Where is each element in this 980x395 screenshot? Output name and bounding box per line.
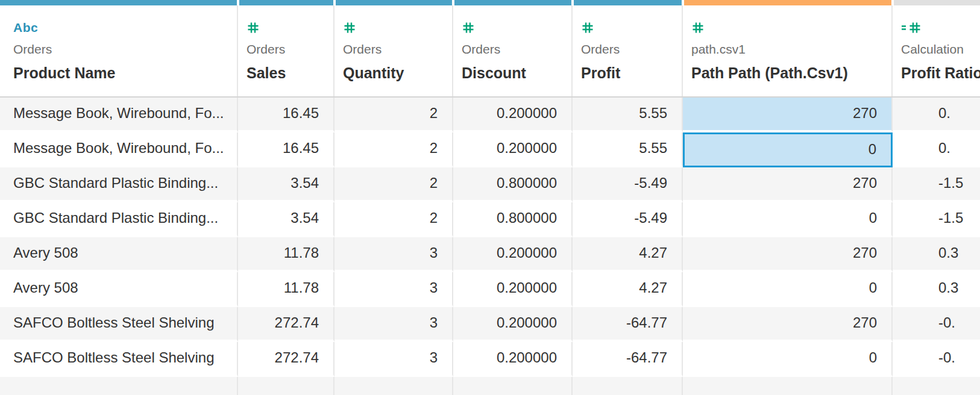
- table-cell[interactable]: 5.55: [573, 98, 683, 132]
- table-cell[interactable]: 5.55: [573, 132, 683, 167]
- table-row: Message Book, Wirebound, Fo...16.4520.20…: [0, 132, 980, 167]
- table-cell[interactable]: 0: [683, 132, 893, 167]
- column-header-quantity[interactable]: OrdersQuantity: [335, 5, 453, 96]
- table-cell[interactable]: -5.49: [573, 167, 683, 202]
- column-type-bar: [0, 0, 980, 5]
- table-cell[interactable]: -1.5: [893, 167, 980, 202]
- table-cell[interactable]: 0.3: [893, 272, 980, 307]
- table-cell[interactable]: 0: [683, 202, 893, 237]
- table-cell[interactable]: 3: [335, 272, 453, 307]
- number-type-icon[interactable]: [343, 20, 444, 36]
- table-cell[interactable]: 0.800000: [453, 167, 573, 202]
- table-cell[interactable]: -64.77: [573, 307, 683, 342]
- data-grid: AbcOrdersProduct NameOrdersSalesOrdersQu…: [0, 0, 980, 395]
- table-cell[interactable]: 4.27: [573, 237, 683, 272]
- table-cell[interactable]: 272.74: [238, 342, 335, 377]
- number-type-icon[interactable]: [581, 20, 673, 36]
- table-cell[interactable]: -64.77: [573, 342, 683, 377]
- header-row: AbcOrdersProduct NameOrdersSalesOrdersQu…: [0, 5, 980, 98]
- table-cell[interactable]: 11.78: [238, 237, 335, 272]
- table-cell[interactable]: 3.54: [238, 167, 335, 202]
- table-cell[interactable]: 11.78: [238, 272, 335, 307]
- table-cell[interactable]: 16.45: [238, 98, 335, 132]
- table-cell[interactable]: 0.200000: [453, 307, 573, 342]
- field-name[interactable]: Profit Ratio: [901, 64, 980, 82]
- number-hash-glyph: [581, 21, 594, 34]
- field-name[interactable]: Quantity: [343, 64, 444, 82]
- table-cell[interactable]: 0.200000: [453, 237, 573, 272]
- number-type-icon[interactable]: [247, 20, 325, 36]
- table-cell[interactable]: 272.74: [238, 307, 335, 342]
- table-cell[interactable]: 2: [335, 202, 453, 237]
- table-cell[interactable]: 0.: [893, 98, 980, 132]
- table-cell[interactable]: 3: [335, 237, 453, 272]
- column-header-profit-ratio[interactable]: CalculationProfit Ratio: [893, 5, 980, 96]
- table-cell[interactable]: 16.45: [238, 132, 335, 167]
- table-cell[interactable]: 2: [335, 167, 453, 202]
- table-cell[interactable]: [0, 377, 238, 395]
- table-cell[interactable]: -0.: [893, 307, 980, 342]
- column-header-discount[interactable]: OrdersDiscount: [453, 5, 573, 96]
- table-cell[interactable]: 270: [683, 98, 893, 132]
- field-name[interactable]: Profit: [581, 64, 673, 82]
- column-header-profit[interactable]: OrdersProfit: [573, 5, 683, 96]
- table-cell[interactable]: 270: [683, 167, 893, 202]
- table-cell[interactable]: 0.800000: [453, 202, 573, 237]
- field-name[interactable]: Sales: [247, 64, 325, 82]
- table-cell[interactable]: [453, 377, 573, 395]
- source-table-name: Orders: [343, 42, 444, 57]
- column-type-bar-color: [336, 0, 452, 5]
- table-cell[interactable]: [683, 377, 893, 395]
- table-cell[interactable]: [573, 377, 683, 395]
- table-cell[interactable]: 270: [683, 237, 893, 272]
- number-hash-glyph: [247, 21, 260, 34]
- table-cell[interactable]: SAFCO Boltless Steel Shelving: [0, 342, 238, 377]
- table-cell[interactable]: 0: [683, 272, 893, 307]
- abc-glyph: Abc: [13, 20, 38, 35]
- column-type-bar-color: [239, 0, 333, 5]
- column-header-path-path-path-csv1-[interactable]: path.csv1Path Path (Path.Csv1): [683, 5, 893, 96]
- table-cell[interactable]: 2: [335, 98, 453, 132]
- table-cell[interactable]: 0.3: [893, 237, 980, 272]
- column-header-sales[interactable]: OrdersSales: [238, 5, 335, 96]
- table-cell[interactable]: [335, 377, 453, 395]
- text-type-icon[interactable]: Abc: [13, 20, 228, 36]
- table-cell[interactable]: 270: [683, 307, 893, 342]
- table-cell[interactable]: Avery 508: [0, 237, 238, 272]
- table-cell[interactable]: 4.27: [573, 272, 683, 307]
- table-cell[interactable]: 3: [335, 307, 453, 342]
- table-cell[interactable]: GBC Standard Plastic Binding...: [0, 167, 238, 202]
- table-cell[interactable]: 0.: [893, 132, 980, 167]
- table-cell[interactable]: 0.200000: [453, 272, 573, 307]
- table-cell[interactable]: -1.5: [893, 202, 980, 237]
- table-cell[interactable]: [893, 377, 980, 395]
- table-cell[interactable]: Message Book, Wirebound, Fo...: [0, 132, 238, 167]
- source-table-name: path.csv1: [691, 42, 883, 57]
- column-header-product-name[interactable]: AbcOrdersProduct Name: [0, 5, 238, 96]
- table-cell[interactable]: Message Book, Wirebound, Fo...: [0, 98, 238, 132]
- table-cell[interactable]: -0.: [893, 342, 980, 377]
- number-type-icon[interactable]: [462, 20, 563, 36]
- field-name[interactable]: Discount: [462, 64, 563, 82]
- table-cell[interactable]: 0: [683, 342, 893, 377]
- number-type-icon[interactable]: [691, 20, 883, 36]
- table-cell[interactable]: 0.200000: [453, 342, 573, 377]
- table-cell[interactable]: SAFCO Boltless Steel Shelving: [0, 307, 238, 342]
- source-table-name: Orders: [581, 42, 673, 57]
- source-table-name: Orders: [462, 42, 563, 57]
- table-cell[interactable]: 0.200000: [453, 98, 573, 132]
- field-name[interactable]: Path Path (Path.Csv1): [691, 64, 883, 82]
- calculation-type-icon[interactable]: [901, 20, 980, 36]
- table-cell[interactable]: [238, 377, 335, 395]
- column-type-bar-color: [454, 0, 571, 5]
- table-cell[interactable]: -5.49: [573, 202, 683, 237]
- table-cell[interactable]: 2: [335, 132, 453, 167]
- table-cell[interactable]: GBC Standard Plastic Binding...: [0, 202, 238, 237]
- table-cell[interactable]: 0.200000: [453, 132, 573, 167]
- table-cell[interactable]: 3: [335, 342, 453, 377]
- table-cell[interactable]: Avery 508: [0, 272, 238, 307]
- field-name[interactable]: Product Name: [13, 64, 228, 82]
- table-row: SAFCO Boltless Steel Shelving272.7430.20…: [0, 307, 980, 342]
- table-row: Message Book, Wirebound, Fo...16.4520.20…: [0, 98, 980, 132]
- table-cell[interactable]: 3.54: [238, 202, 335, 237]
